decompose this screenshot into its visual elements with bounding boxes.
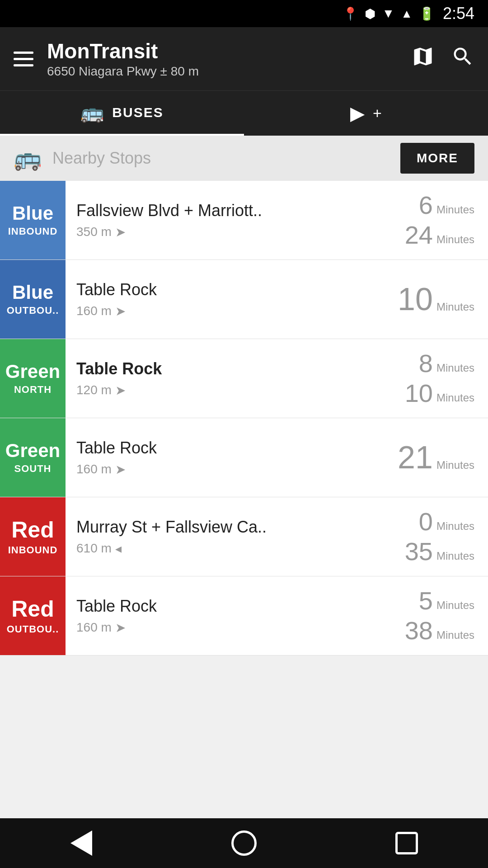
arrival-unit: Minutes (436, 629, 474, 642)
status-icons: 📍 ⬢ ▼ ▲ 🔋 (343, 6, 434, 21)
search-icon[interactable] (451, 45, 474, 73)
stop-row[interactable]: Blue OUTBOU.. Table Rock 160 m ➤ 10 Minu… (0, 260, 488, 339)
back-icon (70, 830, 92, 856)
arrival-times: 21 Minutes (389, 418, 488, 497)
route-direction: SOUTH (14, 463, 52, 475)
menu-icon[interactable] (14, 52, 33, 66)
status-time: 2:54 (443, 4, 474, 23)
arrival-unit: Minutes (436, 550, 474, 562)
stop-name: Table Rock (76, 280, 378, 299)
direction-arrow-icon: ◂ (115, 541, 122, 556)
arrival-times: 10 Minutes (389, 260, 488, 339)
tab-buses[interactable]: 🚌 BUSES (0, 91, 244, 136)
nearby-bus-icon: 🚌 (14, 145, 42, 171)
arrival-times: 6 Minutes 24 Minutes (389, 181, 488, 259)
stop-distance: 610 m ◂ (76, 541, 378, 556)
route-badge-red-inbound: Red INBOUND (0, 497, 66, 576)
direction-arrow-icon: ➤ (115, 225, 126, 240)
app-bar-actions (411, 45, 474, 73)
video-tab-icon: ▶ (350, 102, 365, 124)
arrival-entry: 5 Minutes (419, 588, 474, 613)
nearby-stops-header: 🚌 Nearby Stops MORE (0, 136, 488, 181)
stop-row[interactable]: Green SOUTH Table Rock 160 m ➤ 21 Minute… (0, 418, 488, 497)
stop-distance: 160 m ➤ (76, 304, 378, 319)
app-title-area: MonTransit 6650 Niagara Pkwy ± 80 m (47, 39, 398, 79)
direction-arrow-icon: ➤ (115, 462, 126, 477)
arrival-unit: Minutes (436, 203, 474, 216)
route-name: Red (11, 518, 54, 542)
route-name: Red (11, 597, 54, 622)
arrival-unit: Minutes (436, 233, 474, 246)
map-icon[interactable] (411, 45, 435, 73)
stop-name: Table Rock (76, 359, 378, 378)
route-direction: INBOUND (8, 544, 58, 556)
route-direction: OUTBOU.. (7, 623, 59, 635)
status-bar: 📍 ⬢ ▼ ▲ 🔋 2:54 (0, 0, 488, 27)
tab-buses-label: BUSES (112, 105, 163, 120)
location-icon: 📍 (343, 6, 358, 21)
tab-add-label: + (373, 104, 382, 122)
arrival-number: 24 (405, 222, 433, 248)
nearby-title: Nearby Stops (52, 149, 389, 168)
stop-name: Fallsview Blvd + Marriott.. (76, 201, 378, 220)
arrival-entry: 8 Minutes (419, 351, 474, 376)
stop-row[interactable]: Blue INBOUND Fallsview Blvd + Marriott..… (0, 181, 488, 260)
route-name: Green (5, 361, 60, 382)
arrival-unit: Minutes (436, 362, 474, 374)
arrival-number: 5 (419, 588, 433, 613)
route-name: Blue (12, 203, 53, 224)
stop-name: Table Rock (76, 597, 378, 616)
stop-row[interactable]: Green NORTH Table Rock 120 m ➤ 8 Minutes… (0, 339, 488, 418)
stop-info: Table Rock 160 m ➤ (66, 576, 389, 655)
stop-info: Table Rock 120 m ➤ (66, 339, 389, 418)
app-subtitle: 6650 Niagara Pkwy ± 80 m (47, 64, 398, 79)
route-direction: INBOUND (8, 226, 58, 237)
direction-arrow-icon: ➤ (115, 620, 126, 635)
back-button[interactable] (63, 825, 99, 861)
bottom-nav (0, 818, 488, 868)
home-button[interactable] (226, 825, 262, 861)
arrival-entry: 10 Minutes (405, 381, 474, 406)
stop-name: Murray St + Fallsview Ca.. (76, 518, 378, 537)
arrival-unit: Minutes (436, 392, 474, 404)
arrival-entry: 24 Minutes (405, 222, 474, 248)
tab-bar: 🚌 BUSES ▶ + (0, 90, 488, 136)
arrival-number: 21 (398, 442, 433, 473)
direction-arrow-icon: ➤ (115, 304, 126, 319)
route-badge-red-outbound: Red OUTBOU.. (0, 576, 66, 655)
arrival-number: 8 (419, 351, 433, 376)
arrival-entry: 21 Minutes (398, 442, 474, 473)
arrival-number: 38 (405, 618, 433, 643)
stop-info: Table Rock 160 m ➤ (66, 260, 389, 339)
stop-info: Table Rock 160 m ➤ (66, 418, 389, 497)
stop-row[interactable]: Red INBOUND Murray St + Fallsview Ca.. 6… (0, 497, 488, 576)
arrival-entry: 6 Minutes (419, 193, 474, 218)
bus-tab-icon: 🚌 (80, 101, 104, 123)
arrival-unit: Minutes (436, 520, 474, 533)
more-button[interactable]: MORE (400, 143, 474, 174)
arrival-number: 6 (419, 193, 433, 218)
stop-list: Blue INBOUND Fallsview Blvd + Marriott..… (0, 181, 488, 656)
arrival-unit: Minutes (436, 301, 474, 313)
stop-distance: 160 m ➤ (76, 462, 378, 477)
tab-add[interactable]: ▶ + (244, 91, 488, 136)
battery-icon: 🔋 (419, 6, 435, 21)
arrival-entry: 0 Minutes (419, 509, 474, 534)
arrival-unit: Minutes (436, 599, 474, 612)
stop-row[interactable]: Red OUTBOU.. Table Rock 160 m ➤ 5 Minute… (0, 576, 488, 656)
direction-arrow-icon: ➤ (115, 383, 126, 398)
stop-distance: 160 m ➤ (76, 620, 378, 635)
app-bar: MonTransit 6650 Niagara Pkwy ± 80 m (0, 27, 488, 90)
route-name: Blue (12, 282, 53, 303)
route-name: Green (5, 440, 60, 461)
route-badge-blue-outbound: Blue OUTBOU.. (0, 260, 66, 339)
arrival-unit: Minutes (436, 459, 474, 472)
signal-icon: ▲ (401, 7, 413, 21)
app-title: MonTransit (47, 39, 398, 63)
recent-button[interactable] (389, 825, 425, 861)
stop-distance: 350 m ➤ (76, 225, 378, 240)
arrival-entry: 38 Minutes (405, 618, 474, 643)
arrival-number: 10 (398, 283, 433, 315)
route-direction: NORTH (14, 384, 52, 396)
stop-info: Murray St + Fallsview Ca.. 610 m ◂ (66, 497, 389, 576)
